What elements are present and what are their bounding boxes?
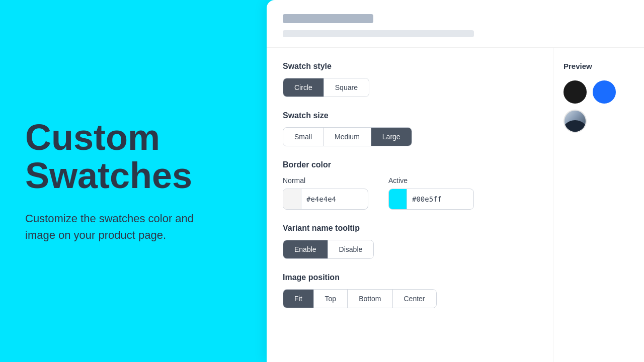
headline-line1: Custom bbox=[25, 119, 242, 157]
card-header bbox=[267, 0, 644, 48]
swatch-size-large-button[interactable]: Large bbox=[371, 128, 412, 146]
skeleton-title-bar bbox=[283, 14, 373, 23]
border-color-title: Border color bbox=[283, 160, 537, 169]
swatch-style-square-button[interactable]: Square bbox=[324, 78, 369, 97]
variant-tooltip-section: Variant name tooltip Enable Disable bbox=[283, 224, 537, 259]
preview-swatches bbox=[564, 80, 634, 133]
border-color-active-swatch bbox=[389, 189, 407, 209]
headline: Custom Swatches bbox=[25, 119, 242, 195]
swatch-size-title: Swatch size bbox=[283, 111, 537, 120]
variant-tooltip-disable-button[interactable]: Disable bbox=[328, 240, 374, 258]
border-color-normal-swatch bbox=[283, 189, 301, 209]
swatch-size-group: Small Medium Large bbox=[283, 127, 412, 146]
preview-panel: Preview bbox=[553, 48, 644, 362]
border-color-normal-label: Normal bbox=[283, 176, 368, 185]
swatch-size-medium-button[interactable]: Medium bbox=[324, 128, 371, 146]
variant-tooltip-group: Enable Disable bbox=[283, 240, 374, 259]
preview-swatch-black bbox=[564, 80, 587, 104]
preview-swatch-image bbox=[564, 110, 587, 133]
description: Customize the swatches color and image o… bbox=[25, 210, 216, 243]
swatch-style-group: Circle Square bbox=[283, 78, 369, 97]
border-color-active-value: #00e5ff bbox=[407, 195, 447, 203]
left-panel: Custom Swatches Customize the swatches c… bbox=[0, 0, 267, 362]
swatch-style-circle-button[interactable]: Circle bbox=[283, 78, 324, 97]
preview-swatch-blue bbox=[593, 80, 616, 104]
swatch-size-small-button[interactable]: Small bbox=[283, 128, 324, 146]
swatch-size-section: Swatch size Small Medium Large bbox=[283, 111, 537, 146]
image-position-top-button[interactable]: Top bbox=[314, 290, 348, 308]
skeleton-subtitle-bar bbox=[283, 30, 474, 37]
border-color-active-group: Active #00e5ff bbox=[388, 176, 474, 210]
headline-line2: Swatches bbox=[25, 157, 242, 195]
image-position-bottom-button[interactable]: Bottom bbox=[348, 290, 392, 308]
image-position-title: Image position bbox=[283, 273, 537, 282]
border-color-section: Border color Normal #e4e4e4 Active bbox=[283, 160, 537, 210]
image-position-section: Image position Fit Top Bottom Center bbox=[283, 273, 537, 308]
swatch-style-title: Swatch style bbox=[283, 62, 537, 71]
border-color-row: Normal #e4e4e4 Active #00e5ff bbox=[283, 176, 537, 210]
settings-panel: Swatch style Circle Square Swatch size S… bbox=[267, 48, 553, 362]
image-position-fit-button[interactable]: Fit bbox=[283, 290, 314, 308]
image-position-group: Fit Top Bottom Center bbox=[283, 289, 437, 308]
right-panel: Swatch style Circle Square Swatch size S… bbox=[267, 0, 644, 362]
border-color-active-input[interactable]: #00e5ff bbox=[388, 189, 474, 210]
border-color-normal-value: #e4e4e4 bbox=[301, 195, 341, 203]
image-position-center-button[interactable]: Center bbox=[393, 290, 436, 308]
card-body: Swatch style Circle Square Swatch size S… bbox=[267, 48, 644, 362]
border-color-active-label: Active bbox=[388, 176, 474, 185]
border-color-normal-group: Normal #e4e4e4 bbox=[283, 176, 368, 210]
settings-card: Swatch style Circle Square Swatch size S… bbox=[267, 0, 644, 362]
preview-title: Preview bbox=[564, 62, 634, 70]
swatch-style-section: Swatch style Circle Square bbox=[283, 62, 537, 97]
variant-tooltip-title: Variant name tooltip bbox=[283, 224, 537, 233]
border-color-normal-input[interactable]: #e4e4e4 bbox=[283, 189, 368, 210]
variant-tooltip-enable-button[interactable]: Enable bbox=[283, 240, 328, 258]
